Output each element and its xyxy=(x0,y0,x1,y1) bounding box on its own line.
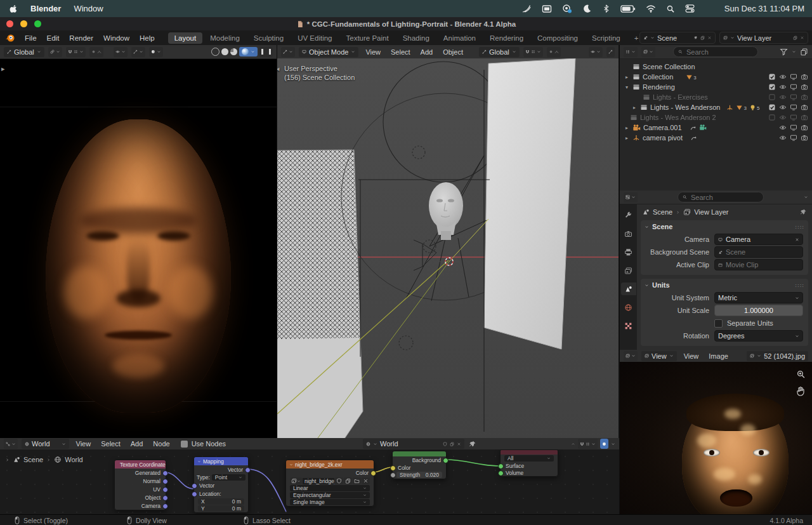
blender-logo-icon[interactable] xyxy=(5,33,15,43)
zoom-window-button[interactable] xyxy=(34,20,41,27)
breadcrumb-scene[interactable]: Scene xyxy=(653,208,672,216)
outliner-row-collection[interactable]: ▸ Collection 3 xyxy=(620,72,812,82)
editor-type-dropdown[interactable] xyxy=(624,192,638,203)
panel-expand-arrow[interactable]: ▸ xyxy=(1,65,5,73)
socket-camera[interactable] xyxy=(162,503,168,509)
outliner-row-lights-exercises[interactable]: Lights - Exercises xyxy=(620,92,812,102)
filter-dropdown-chevron[interactable] xyxy=(792,50,796,54)
workspace-tab-texture-paint[interactable]: Texture Paint xyxy=(340,32,395,44)
show-gizmo-dropdown[interactable] xyxy=(589,47,603,57)
tab-world[interactable] xyxy=(621,301,636,314)
outliner-row-camera-001[interactable]: ▸ Camera.001 xyxy=(620,123,812,133)
outliner-row-lights-wes-anderson[interactable]: ▸ Lights - Wes Anderson 3 5 xyxy=(620,102,812,112)
tab-scene[interactable] xyxy=(621,282,636,295)
viewport-disable-icon[interactable] xyxy=(790,124,797,131)
pan-hand-icon[interactable] xyxy=(796,386,806,396)
projection-dropdown[interactable]: Equirectangular xyxy=(290,492,370,498)
parent-node-tree-icon[interactable] xyxy=(571,442,575,446)
workspace-tab-shading[interactable]: Shading xyxy=(396,32,436,44)
overlays-chevron[interactable] xyxy=(611,442,615,446)
camera-field[interactable]: Camera xyxy=(714,234,803,245)
hide-eye-icon[interactable] xyxy=(779,124,787,131)
world-datablock-selector[interactable]: World xyxy=(363,439,464,449)
socket-uv[interactable] xyxy=(162,487,168,493)
workspace-tab-rendering[interactable]: Rendering xyxy=(483,32,530,44)
close-window-button[interactable] xyxy=(6,20,13,27)
render-disable-icon[interactable] xyxy=(801,124,808,131)
apple-menu-icon[interactable] xyxy=(9,4,18,14)
disclosure-triangle[interactable]: ▸ xyxy=(624,135,630,141)
shader-type-dropdown[interactable]: World xyxy=(22,439,69,449)
workspace-tab-modeling[interactable]: Modeling xyxy=(204,32,246,44)
image-datablock-row[interactable]: night_bridge_2k... xyxy=(290,477,370,484)
properties-search-input[interactable] xyxy=(690,193,759,202)
hide-eye-icon[interactable] xyxy=(779,103,787,111)
menu-file[interactable]: File xyxy=(20,33,41,43)
overlays-dropdown[interactable] xyxy=(131,47,145,57)
disclosure-triangle[interactable]: ▾ xyxy=(624,84,630,90)
outliner-row-camera-pivot[interactable]: ▸ camera pivot xyxy=(620,133,812,143)
menu-select[interactable]: Select xyxy=(98,440,124,448)
outliner-search-input[interactable] xyxy=(685,48,753,56)
strength-field[interactable]: Strength 0.020 xyxy=(396,472,442,478)
snap-target-dropdown[interactable] xyxy=(48,47,62,57)
pin-icon[interactable] xyxy=(799,208,807,216)
socket-strength[interactable] xyxy=(390,472,396,478)
bluetooth-icon[interactable] xyxy=(602,4,610,13)
outliner-row-rendering[interactable]: ▾ Rendering xyxy=(620,82,812,92)
menu-view[interactable]: View xyxy=(73,440,95,448)
shading-wireframe-button[interactable] xyxy=(211,48,219,56)
pin-icon[interactable] xyxy=(468,440,476,448)
disclosure-triangle[interactable]: ▸ xyxy=(624,125,630,131)
image-datablock-selector[interactable]: 52 (1042).jpg xyxy=(747,351,808,361)
copy-icon[interactable] xyxy=(344,477,352,484)
mapping-y-field[interactable]: Y0 m xyxy=(198,505,244,512)
node-background[interactable]: Background Color Strength 0.020 xyxy=(392,451,447,479)
hide-eye-icon[interactable] xyxy=(779,114,787,121)
bounce-card-plane[interactable] xyxy=(484,58,575,349)
source-dropdown[interactable]: Single Image xyxy=(290,499,370,505)
image-editor-body[interactable] xyxy=(620,362,812,514)
use-nodes-checkbox[interactable] xyxy=(181,441,188,448)
socket-surface[interactable] xyxy=(498,463,504,469)
menu-select[interactable]: Select xyxy=(388,48,414,56)
socket-color-in[interactable] xyxy=(390,465,396,471)
display-mode-dropdown[interactable] xyxy=(641,47,655,57)
exclude-checkbox[interactable] xyxy=(768,83,776,91)
socket-generated[interactable] xyxy=(162,470,168,476)
menu-image[interactable]: Image xyxy=(705,352,731,360)
render-disable-icon[interactable] xyxy=(801,83,808,91)
workspace-tab-layout[interactable]: Layout xyxy=(168,32,203,44)
mode-dropdown[interactable]: Object Mode xyxy=(299,47,358,57)
breadcrumb-view-layer[interactable]: View Layer xyxy=(694,208,728,216)
node-environment-texture[interactable]: night_bridge_2k.exr Color night_bridge_2… xyxy=(285,460,374,507)
proportional-edit-toggle[interactable] xyxy=(547,47,561,57)
menu-view[interactable]: View xyxy=(362,48,384,56)
shading-solid-button[interactable] xyxy=(221,48,228,55)
menu-add[interactable]: Add xyxy=(128,440,147,448)
close-icon[interactable] xyxy=(457,442,461,446)
pin-icon[interactable] xyxy=(693,36,698,40)
menu-object[interactable]: Object xyxy=(440,48,466,56)
tab-output[interactable] xyxy=(621,246,636,258)
editor-type-dropdown[interactable] xyxy=(624,351,638,361)
control-center-icon[interactable] xyxy=(685,4,695,13)
menubar-window-menu[interactable]: Window xyxy=(74,4,103,13)
node-texture-coordinate[interactable]: Texture Coordinate Generated Normal UV O… xyxy=(114,460,166,510)
new-collection-icon[interactable] xyxy=(800,48,808,56)
rotation-dropdown[interactable]: Degrees xyxy=(714,330,803,342)
filter-icon[interactable] xyxy=(780,48,788,56)
overlays-toggle[interactable] xyxy=(600,439,608,449)
snap-toggle[interactable] xyxy=(66,47,86,57)
socket-volume[interactable] xyxy=(498,470,504,476)
transform-orientation-dropdown[interactable]: Global xyxy=(4,47,44,57)
copy-icon[interactable] xyxy=(450,442,454,446)
viewport-disable-icon[interactable] xyxy=(790,134,797,142)
scene-panel-header[interactable]: Scene :::: xyxy=(641,220,808,233)
output-target-dropdown[interactable]: All xyxy=(504,455,554,462)
node-canvas[interactable]: Scene World Texture Coordinate Generated… xyxy=(0,449,619,514)
workspace-tab-uv-editing[interactable]: UV Editing xyxy=(291,32,338,44)
clear-camera-icon[interactable] xyxy=(795,237,799,242)
render-disable-icon[interactable] xyxy=(801,134,808,142)
menu-node[interactable]: Node xyxy=(150,440,173,448)
